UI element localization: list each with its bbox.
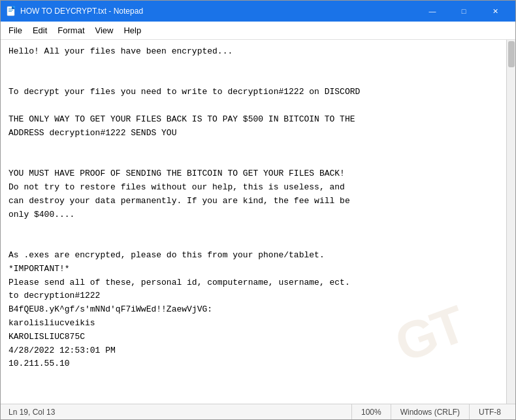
text-editor[interactable]: Hello! All your files have been encrypte…	[1, 40, 506, 404]
editor-area: Hello! All your files have been encrypte…	[1, 40, 515, 404]
status-ln-col: Ln 19, Col 13	[6, 404, 64, 419]
notepad-window: HOW TO DEYCRYPT.txt - Notepad — □ ✕ File…	[0, 0, 516, 420]
status-encoding: UTF-8	[469, 404, 510, 419]
menu-file[interactable]: File	[3, 23, 27, 38]
svg-rect-3	[8, 11, 12, 12]
window-title: HOW TO DEYCRYPT.txt - Notepad	[20, 7, 417, 16]
title-bar: HOW TO DEYCRYPT.txt - Notepad — □ ✕	[1, 1, 515, 22]
menu-help[interactable]: Help	[118, 23, 146, 38]
status-line-ending: Windows (CRLF)	[391, 404, 469, 419]
close-button[interactable]: ✕	[480, 1, 510, 22]
vertical-scrollbar[interactable]	[506, 40, 515, 404]
menu-bar: File Edit Format View Help	[1, 22, 515, 40]
menu-format[interactable]: Format	[52, 23, 89, 38]
scrollbar-thumb[interactable]	[508, 41, 515, 67]
status-zoom: 100%	[351, 404, 391, 419]
menu-view[interactable]: View	[90, 23, 119, 38]
maximize-button[interactable]: □	[449, 1, 479, 22]
menu-edit[interactable]: Edit	[27, 23, 52, 38]
svg-rect-2	[8, 10, 13, 10]
app-icon	[6, 6, 16, 16]
status-bar: Ln 19, Col 13 100% Windows (CRLF) UTF-8	[1, 404, 515, 419]
window-controls: — □ ✕	[417, 1, 510, 22]
minimize-button[interactable]: —	[417, 1, 447, 22]
